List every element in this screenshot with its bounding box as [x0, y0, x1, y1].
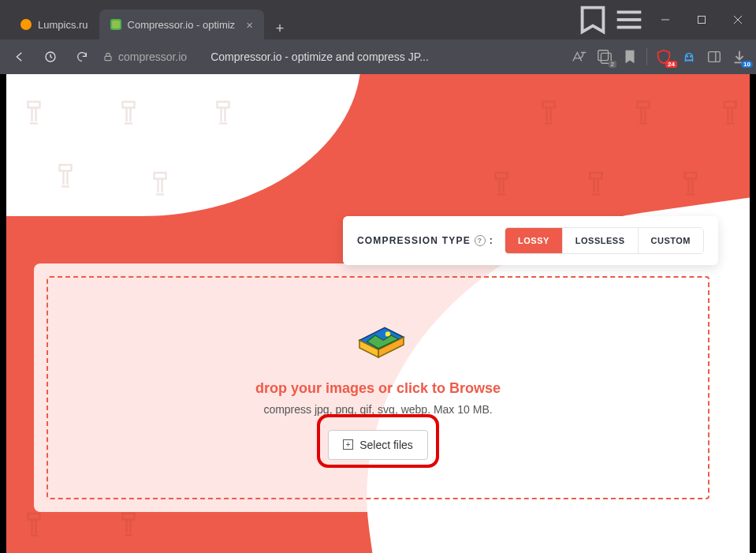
plus-icon: +: [343, 439, 353, 450]
url-domain: compressor.io: [118, 50, 187, 63]
dropzone-container: drop your images or click to Browse comp…: [34, 263, 722, 512]
badge: 10: [741, 61, 753, 68]
badge: 24: [665, 61, 677, 68]
badge: 2: [609, 61, 616, 68]
help-icon[interactable]: ?: [475, 235, 486, 246]
url-display[interactable]: compressor.io: [102, 50, 187, 63]
button-label: Select files: [359, 439, 413, 451]
close-button[interactable]: [720, 0, 756, 39]
adblock-shield-icon[interactable]: 24: [655, 48, 672, 65]
lock-icon: [102, 51, 114, 62]
back-button[interactable]: [8, 46, 30, 68]
dropzone[interactable]: drop your images or click to Browse comp…: [47, 276, 709, 499]
address-bar: compressor.io Compressor.io - optimize a…: [0, 39, 756, 74]
close-icon[interactable]: ×: [246, 18, 253, 32]
tab-compressor[interactable]: Compressor.io - optimiz ×: [99, 9, 264, 39]
select-files-button[interactable]: + Select files: [328, 430, 428, 460]
compression-type-widget: COMPRESSION TYPE ? : LOSSY LOSSLESS CUST…: [343, 216, 718, 265]
favicon-icon: [110, 19, 121, 30]
svg-point-12: [691, 56, 692, 58]
window-controls: [647, 0, 756, 39]
browser-titlebar: Lumpics.ru Compressor.io - optimiz × +: [0, 0, 756, 39]
tab-title: Compressor.io - optimiz: [128, 19, 236, 31]
toolbar-extensions: 2 24 10: [571, 48, 748, 65]
page-title-text: Compressor.io - optimize and compress JP…: [210, 50, 561, 63]
reload-button[interactable]: [71, 46, 93, 68]
yandex-home-button[interactable]: [39, 46, 61, 68]
compression-type-tabs: LOSSY LOSSLESS CUSTOM: [505, 227, 704, 254]
sidebar-icon[interactable]: [706, 48, 723, 65]
maximize-button[interactable]: [683, 0, 720, 39]
compression-type-label: COMPRESSION TYPE ? :: [357, 235, 493, 246]
translate-icon[interactable]: [571, 48, 588, 65]
dropzone-heading: drop your images or click to Browse: [255, 380, 501, 397]
tab-lossless[interactable]: LOSSLESS: [562, 228, 638, 253]
tab-custom[interactable]: CUSTOM: [638, 228, 703, 253]
tab-lossy[interactable]: LOSSY: [505, 228, 562, 253]
svg-rect-8: [105, 56, 111, 60]
minimize-button[interactable]: [647, 0, 683, 39]
reading-list-icon[interactable]: [575, 0, 611, 39]
svg-rect-9: [598, 50, 609, 61]
ghostery-icon[interactable]: [680, 48, 698, 65]
separator: [646, 48, 647, 65]
svg-rect-4: [698, 17, 706, 24]
label-text: COMPRESSION TYPE: [357, 235, 471, 246]
colon: :: [490, 235, 493, 246]
tab-title: Lumpics.ru: [38, 19, 88, 31]
bookmark-icon[interactable]: [621, 48, 639, 65]
dropzone-subtext: compress jpg, png, gif, svg, webp. Max 1…: [263, 403, 492, 416]
favicon-icon: [20, 19, 32, 30]
select-files-wrap: + Select files: [328, 422, 428, 460]
menu-icon[interactable]: [611, 0, 647, 39]
images-icon: [347, 316, 410, 368]
tab-strip: Lumpics.ru Compressor.io - optimiz × +: [0, 0, 575, 39]
collections-icon[interactable]: 2: [596, 48, 613, 65]
downloads-icon[interactable]: 10: [731, 48, 748, 65]
svg-rect-13: [709, 52, 721, 62]
new-tab-button[interactable]: +: [269, 17, 291, 39]
svg-point-11: [687, 56, 688, 58]
tab-lumpics[interactable]: Lumpics.ru: [9, 9, 99, 39]
page-viewport: COMPRESSION TYPE ? : LOSSY LOSSLESS CUST…: [6, 74, 750, 553]
